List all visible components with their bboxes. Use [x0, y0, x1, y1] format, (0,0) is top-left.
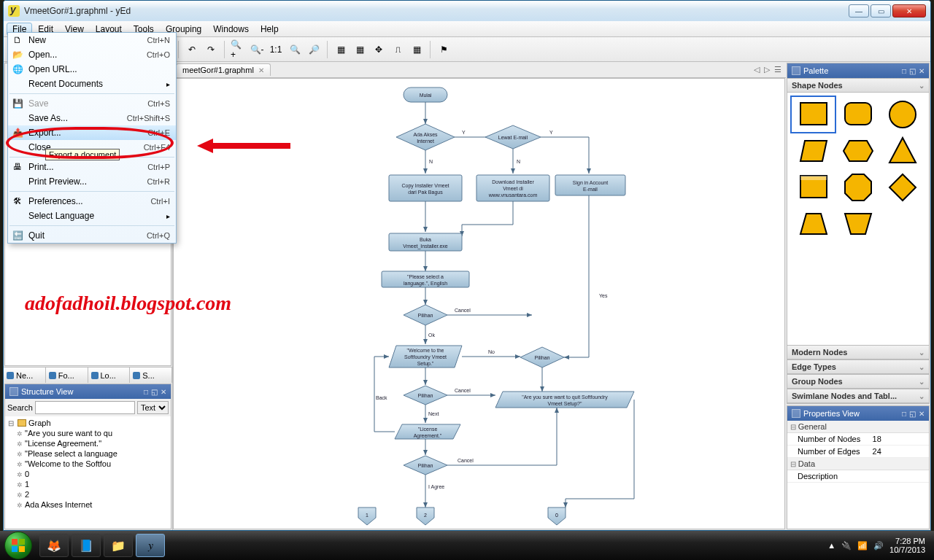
- shape-ellipse[interactable]: [883, 98, 923, 131]
- tb-select[interactable]: ▦: [352, 42, 368, 58]
- menu-item-save[interactable]: 💾SaveCtrl+S: [8, 96, 176, 111]
- left-tabs: Ne... Fo... Lo... S...: [4, 367, 172, 383]
- menu-item-preferences-[interactable]: 🛠Preferences...Ctrl+I: [8, 194, 176, 209]
- close-tab-icon[interactable]: ✕: [258, 66, 264, 74]
- tree-node[interactable]: 1: [7, 479, 169, 489]
- menu-item-open-url-[interactable]: 🌐Open URL...: [8, 62, 176, 77]
- svg-text:"Are you sure want to quit Sof: "Are you sure want to quit Softfoundry: [522, 394, 608, 400]
- tab-local[interactable]: Lo...: [88, 368, 131, 383]
- menu-item-print-preview-[interactable]: Print Preview...Ctrl+R: [8, 174, 176, 189]
- menu-help[interactable]: Help: [255, 23, 285, 36]
- tab-neighborhood[interactable]: Ne...: [4, 368, 46, 383]
- shape-parallelogram[interactable]: [793, 135, 833, 167]
- tb-zoom-sel[interactable]: 🔎: [306, 42, 322, 58]
- svg-text:Internet: Internet: [417, 139, 434, 144]
- tree-node[interactable]: "Please select a language: [7, 448, 169, 459]
- svg-text:dari Pak Bagus: dari Pak Bagus: [408, 190, 443, 195]
- window-title: VmeetGor#1.graphml - yEd: [24, 6, 849, 16]
- tray-network-icon[interactable]: 📶: [857, 541, 868, 551]
- palette-section-swimlane[interactable]: Swimlane Nodes and Tabl...⌄: [787, 389, 929, 403]
- palette-section-groups[interactable]: Group Nodes⌄: [787, 374, 929, 389]
- tb-fit[interactable]: ▦: [333, 42, 349, 58]
- maximize-button[interactable]: ▭: [871, 4, 891, 18]
- palette-section-modern[interactable]: Modern Nodes⌄: [787, 345, 929, 359]
- tb-zoom-fit[interactable]: 🔍: [287, 42, 303, 58]
- svg-text:Next: Next: [428, 411, 439, 416]
- panel-max-icon[interactable]: ◱: [151, 388, 158, 396]
- tb-move[interactable]: ✥: [371, 42, 387, 58]
- tb-zoom-11[interactable]: 1:1: [268, 42, 284, 58]
- menu-item-quit[interactable]: 🔚QuitCtrl+Q: [8, 228, 176, 243]
- palette-section-edges[interactable]: Edge Types⌄: [787, 359, 929, 374]
- tree-node[interactable]: "Welcome to the Softfou: [7, 459, 169, 469]
- taskbar-explorer[interactable]: 📁: [104, 534, 133, 557]
- right-column: Palette □◱✕ Shape Nodes⌄: [786, 62, 930, 530]
- tab-folders[interactable]: Fo...: [46, 368, 88, 383]
- menu-item-open-[interactable]: 📂Open...Ctrl+O: [8, 47, 176, 62]
- shape-hexagon[interactable]: [838, 135, 878, 167]
- tree-node[interactable]: 0: [7, 469, 169, 479]
- tb-ortho[interactable]: ⎍: [390, 42, 406, 58]
- shape-trapezoid2[interactable]: [838, 208, 878, 240]
- shape-triangle[interactable]: [883, 135, 923, 167]
- tree-node[interactable]: 2: [7, 489, 169, 499]
- document-tab[interactable]: meetGor#1.graphml ✕: [176, 63, 271, 76]
- tab-s[interactable]: S...: [130, 368, 172, 383]
- tb-zoom-in[interactable]: 🔍+: [230, 42, 246, 58]
- taskbar-firefox[interactable]: 🦊: [39, 534, 69, 557]
- svg-rect-18: [555, 175, 625, 195]
- graph-canvas[interactable]: MulaiAda AksesInternetNYLewat E-mailNYCo…: [173, 78, 785, 529]
- panel-pin-icon[interactable]: □: [144, 388, 148, 396]
- tb-layout[interactable]: ⚑: [436, 42, 452, 58]
- palette-section-shapes[interactable]: Shape Nodes⌄: [787, 78, 929, 93]
- tray-sound-icon[interactable]: 🔊: [873, 541, 884, 551]
- tree-root[interactable]: Graph: [7, 418, 169, 428]
- tb-grid[interactable]: ▦: [409, 42, 425, 58]
- titlebar: VmeetGor#1.graphml - yEd — ▭ ✕: [4, 1, 930, 21]
- svg-text:Sign in Account: Sign in Account: [573, 180, 608, 186]
- close-button[interactable]: ✕: [892, 4, 926, 18]
- menu-item-export-[interactable]: 📤Export...Ctrl+E: [8, 125, 176, 140]
- menu-item-new[interactable]: 🗋NewCtrl+N: [8, 33, 176, 47]
- tab-list-icon[interactable]: ☰: [774, 65, 781, 74]
- svg-rect-61: [845, 103, 871, 125]
- tab-prev-icon[interactable]: ◁: [754, 65, 760, 74]
- menu-item-save-as-[interactable]: Save As...Ctrl+Shift+S: [8, 111, 176, 125]
- tray-clock[interactable]: 7:28 PM 10/7/2013: [889, 537, 925, 554]
- menu-item-recent-documents[interactable]: Recent Documents▸: [8, 77, 176, 91]
- search-mode-select[interactable]: Text: [137, 401, 169, 414]
- shape-trapezoid[interactable]: [793, 208, 833, 240]
- svg-text:Buka: Buka: [420, 237, 431, 242]
- svg-text:Yes: Yes: [599, 293, 608, 298]
- taskbar-word[interactable]: 📘: [72, 534, 101, 557]
- tree-node[interactable]: Ada Akses Internet: [7, 499, 169, 510]
- properties-list: GeneralNumber of Nodes18Number of Edges2…: [787, 421, 929, 483]
- shape-rect[interactable]: [793, 98, 833, 131]
- svg-marker-63: [800, 141, 827, 161]
- structure-search: Search Text: [5, 399, 171, 416]
- tray-power-icon[interactable]: 🔌: [841, 541, 852, 551]
- structure-tree[interactable]: Graph "Are you sure want to qu"License A…: [5, 416, 171, 529]
- start-button[interactable]: [4, 532, 32, 559]
- taskbar-yed[interactable]: 𝑦: [136, 534, 165, 557]
- tray-flag-icon[interactable]: ▲: [827, 541, 835, 550]
- shape-roundrect[interactable]: [838, 98, 878, 131]
- main-column: meetGor#1.graphml ✕ ◁ ▷ ☰ MulaiAda Akses…: [173, 62, 786, 530]
- shape-diamond[interactable]: [883, 171, 923, 203]
- tb-zoom-out[interactable]: 🔍-: [249, 42, 265, 58]
- shape-rect3d[interactable]: [793, 171, 833, 203]
- tb-undo[interactable]: ↶: [184, 42, 200, 58]
- menu-item-print-[interactable]: 🖶Print...Ctrl+P: [8, 160, 176, 174]
- tree-node[interactable]: "License Agreement.": [7, 438, 169, 448]
- svg-text:"Please select a: "Please select a: [407, 274, 444, 279]
- tree-node[interactable]: "Are you sure want to qu: [7, 428, 169, 438]
- panel-close-icon[interactable]: ✕: [161, 388, 166, 396]
- tb-redo[interactable]: ↷: [203, 42, 219, 58]
- menu-item-select-language[interactable]: Select Language▸: [8, 209, 176, 223]
- palette-panel: Palette □◱✕ Shape Nodes⌄: [787, 63, 930, 404]
- menu-windows[interactable]: Windows: [207, 23, 255, 36]
- tab-next-icon[interactable]: ▷: [764, 65, 770, 74]
- minimize-button[interactable]: —: [849, 4, 869, 18]
- shape-octagon[interactable]: [838, 171, 878, 203]
- search-input[interactable]: [35, 401, 135, 414]
